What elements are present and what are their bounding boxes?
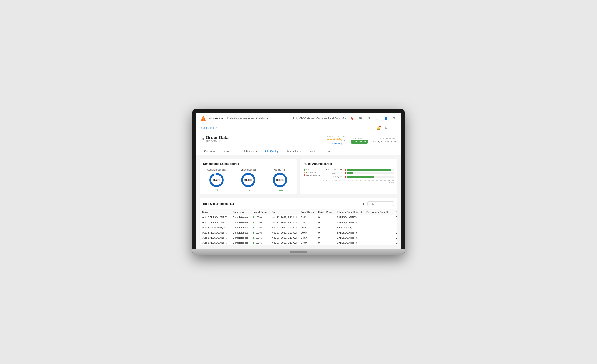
bookmark-icon[interactable]: 🔖 [349,115,355,121]
table-wrapper: Name Dimension Latest Score Date Total R… [200,209,397,245]
cell-description: Quantity of Product S... [393,215,397,220]
cell-name[interactable]: Auto-SALESQUANTIT... [200,235,230,240]
breadcrumb-actions: 🔔 ↻ ✕ [376,125,396,131]
tab-history[interactable]: History [320,148,335,155]
col-failed-rows: Failed Rows [316,209,335,215]
legend-good: Good [304,168,320,171]
legend-acceptable: Acceptable [304,171,320,174]
uniqueness-label: Uniqueness (1) [235,168,262,171]
help-icon[interactable]: ? [391,115,397,121]
completeness-label: Completeness (66) [203,168,230,171]
notification-bell[interactable]: 🔔 [376,125,381,131]
col-dimension: Dimension [230,209,251,215]
cell-primary[interactable]: SALESQUANTITY [335,235,364,240]
laptop-notch [290,251,307,253]
completeness-value: 90.74% [213,179,220,181]
cell-name[interactable]: Auto-SALESQUANTIT... [200,215,230,220]
rules-target-title: Rules Against Target [304,162,394,165]
cell-primary[interactable]: SALESQUANTITY [335,240,364,245]
dimensions-title: Dimensions Latest Scores [203,162,293,165]
rule-occurrences-card: Rule Occurrences (111) ⊿ Name Dimension [200,198,397,245]
person-icon[interactable]: 👤 [383,115,389,121]
cell-primary[interactable]: SALESQUANTITY [335,230,364,235]
cell-date: Nov 23, 2022, 9:17 AM [269,240,299,245]
cell-failed-rows: 0 [316,215,335,220]
validity-donut: 96.82% [272,172,288,188]
rules-target-card: Rules Against Target Good [300,159,397,194]
filter-icon[interactable]: ⊿ [360,201,366,206]
informatica-logo [200,115,207,122]
cell-name[interactable]: Auto-SALESQUANTIT... [200,240,230,245]
cell-dimension: Completeness [230,235,251,240]
tab-overview[interactable]: Overview [201,148,219,155]
cell-description: Quantity of Product S... [393,225,397,230]
completeness-delta: ↑+0 [203,189,230,191]
search-icon[interactable]: ⌕ [374,115,380,121]
breadcrumb-bar: ⊞ Sales Data / 🔔 ↻ ✕ [196,124,401,132]
edit-rating-link[interactable]: Edit Rating [331,142,342,145]
copy-icon[interactable]: ⧉ [366,115,372,121]
title-left: ⊞ Order Data SUBDOMAIN [201,135,228,143]
mail-icon[interactable]: ✉ [357,115,364,121]
col-description: Description [393,209,397,215]
tab-stakeholders[interactable]: Stakeholders [282,148,305,155]
notification-dot [379,126,381,127]
tab-hierarchy[interactable]: Hierarchy [219,148,237,155]
validity-label: Validity (44) [266,168,293,171]
cell-failed-rows: 0 [316,240,335,245]
col-primary: Primary Data Element [335,209,364,215]
cell-name[interactable]: Auto-SALESQUANTIT... [200,220,230,225]
top-cards-grid: Dimensions Latest Scores Completeness (6… [200,159,397,194]
uniqueness-delta: ↑+0 [235,189,262,191]
validity-value: 96.82% [276,179,284,181]
header-right: Unity CDGC Generic Customer Retail Demo … [293,115,397,121]
table-row: Auto-SALESQUANTIT... Completeness 100% N… [200,220,397,225]
header-icons: 🔖 ✉ ⧉ ⌕ 👤 ? [349,115,397,121]
rating-label: OVERALL RATING [327,135,346,137]
cell-description: Quantity of Product S... [393,240,397,245]
table-header-row: Rule Occurrences (111) ⊿ [200,198,397,209]
screen: Informatica | Data Governance and Catalo… [196,113,401,249]
cell-score: 100% [251,240,269,245]
cell-secondary [364,225,393,230]
cell-name[interactable]: Auto-SALESQUANTIT... [200,230,230,235]
table-row: Auto-SALESQUANTIT... Completeness 100% N… [200,240,397,245]
cell-score: 100% [251,225,269,230]
find-input[interactable] [367,201,394,206]
title-right: OVERALL RATING ★★★★½ (1) Edit Rating LIF… [327,135,396,145]
cell-date: Nov 23, 2022, 9:21 AM [269,215,299,220]
data-table: Name Dimension Latest Score Date Total R… [200,209,397,245]
cell-total-rows: 16M [299,225,316,230]
table-title: Rule Occurrences (111) [203,202,235,205]
cell-dimension: Completeness [230,240,251,245]
refresh-icon[interactable]: ↻ [383,125,389,131]
last-updated-label: LAST UPDATED [373,137,396,140]
last-updated-value: Nov 8, 2022, 9:47 PM [373,140,396,143]
col-total-rows: Total Rows [299,209,316,215]
cell-secondary [364,220,393,225]
uniqueness-donut: 99.99% [241,172,256,188]
lifecycle-label: LIFECYCLE [351,137,368,139]
cell-name[interactable]: Auto-SalesQuantity-C... [200,225,230,230]
tab-data-quality[interactable]: Data Quality [260,148,282,155]
demo-selector[interactable]: Unity CDGC Generic Customer Retail Demo … [293,117,346,120]
cell-failed-rows: 0 [316,230,335,235]
tab-tickets[interactable]: Tickets [305,148,320,155]
title-row: ⊞ Order Data SUBDOMAIN OVERALL RATING ★★… [201,135,396,145]
table-row: Auto-SALESQUANTIT... Completeness 100% N… [200,230,397,235]
cell-date: Nov 23, 2022, 9:21 AM [269,220,299,225]
cell-secondary [364,235,393,240]
validity-delta: ↑+0.09 [266,189,293,191]
cell-dimension: Completeness [230,215,251,220]
uniqueness-chart: Uniqueness (1) 99.99% ↑+0 [235,168,262,191]
cell-primary[interactable]: SALESQUANTITY [335,215,364,220]
breadcrumb-item[interactable]: Sales Data [203,127,215,129]
tab-relationships[interactable]: Relationships [237,148,260,155]
col-score: Latest Score [251,209,269,215]
last-updated-section: LAST UPDATED Nov 8, 2022, 9:47 PM [373,137,396,143]
close-icon[interactable]: ✕ [391,125,396,131]
cell-primary[interactable]: SalesQuantity [335,225,364,230]
page-title: Order Data [206,135,228,140]
cell-primary[interactable]: SALESQUANTITY [335,220,364,225]
cell-dimension: Completeness [230,220,251,225]
